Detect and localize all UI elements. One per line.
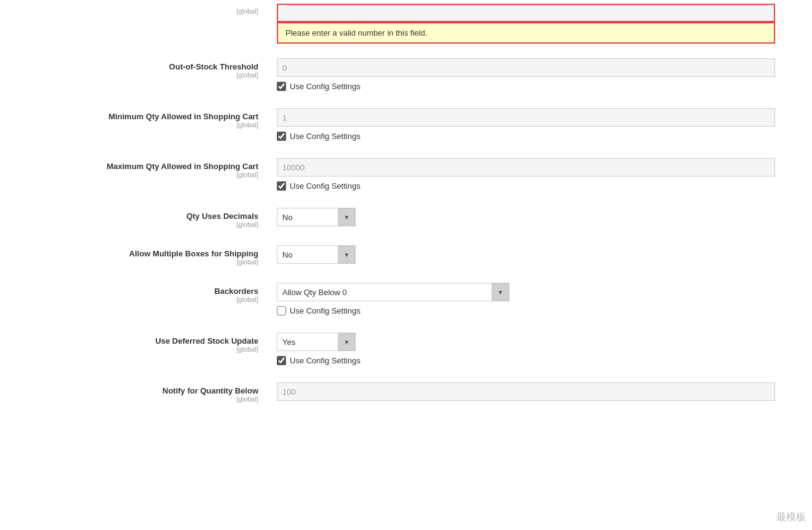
error-scope-label: [global] bbox=[0, 7, 258, 15]
max-qty-config-row: Use Config Settings bbox=[277, 181, 800, 191]
backorders-label: Backorders bbox=[0, 287, 258, 296]
out-of-stock-label: Out-of-Stock Threshold bbox=[0, 62, 258, 71]
error-message-box: Please enter a valid number in this fiel… bbox=[277, 22, 775, 44]
error-message-text: Please enter a valid number in this fiel… bbox=[285, 28, 428, 38]
allow-multiple-boxes-label-cell: Allow Multiple Boxes for Shipping [globa… bbox=[0, 245, 271, 266]
deferred-stock-label-cell: Use Deferred Stock Update [global] bbox=[0, 333, 271, 353]
out-of-stock-input[interactable] bbox=[277, 58, 775, 77]
qty-decimals-field-cell: No Yes ▼ bbox=[271, 208, 812, 226]
deferred-stock-select[interactable]: Yes No bbox=[277, 333, 338, 351]
deferred-stock-arrow[interactable]: ▼ bbox=[338, 333, 356, 351]
max-qty-input[interactable] bbox=[277, 158, 775, 176]
backorders-select[interactable]: No Backorders Allow Qty Below 0 Allow Qt… bbox=[277, 283, 492, 301]
deferred-stock-scope: [global] bbox=[0, 346, 258, 353]
error-input[interactable] bbox=[277, 4, 775, 22]
notify-qty-input[interactable] bbox=[277, 382, 775, 401]
out-of-stock-config-checkbox[interactable] bbox=[277, 82, 286, 91]
notify-qty-field-cell bbox=[271, 382, 812, 401]
max-qty-scope: [global] bbox=[0, 171, 258, 178]
notify-qty-scope: [global] bbox=[0, 395, 258, 403]
allow-multiple-boxes-label: Allow Multiple Boxes for Shipping bbox=[0, 249, 258, 258]
deferred-stock-select-wrapper: Yes No ▼ bbox=[277, 333, 800, 351]
min-qty-config-row: Use Config Settings bbox=[277, 132, 800, 141]
max-qty-field-cell: Use Config Settings bbox=[271, 158, 812, 191]
notify-qty-row: Notify for Quantity Below [global] bbox=[0, 374, 812, 411]
backorders-row: Backorders [global] No Backorders Allow … bbox=[0, 274, 812, 324]
min-qty-config-label: Use Config Settings bbox=[290, 132, 360, 141]
backorders-config-checkbox[interactable] bbox=[277, 306, 286, 315]
max-qty-row: Maximum Qty Allowed in Shopping Cart [gl… bbox=[0, 149, 812, 199]
qty-decimals-scope: [global] bbox=[0, 221, 258, 228]
deferred-stock-label: Use Deferred Stock Update bbox=[0, 336, 258, 346]
max-qty-config-label: Use Config Settings bbox=[290, 181, 360, 191]
backorders-config-row: Use Config Settings bbox=[277, 306, 800, 315]
backorders-scope: [global] bbox=[0, 296, 258, 303]
out-of-stock-row: Out-of-Stock Threshold [global] Use Conf… bbox=[0, 50, 812, 100]
out-of-stock-scope: [global] bbox=[0, 71, 258, 79]
qty-decimals-row: Qty Uses Decimals [global] No Yes ▼ bbox=[0, 199, 812, 237]
min-qty-row: Minimum Qty Allowed in Shopping Cart [gl… bbox=[0, 100, 812, 149]
max-qty-config-checkbox[interactable] bbox=[277, 181, 286, 191]
allow-multiple-boxes-scope: [global] bbox=[0, 258, 258, 266]
error-field-cell: Please enter a valid number in this fiel… bbox=[271, 4, 812, 44]
deferred-stock-config-checkbox[interactable] bbox=[277, 356, 286, 365]
qty-decimals-label-cell: Qty Uses Decimals [global] bbox=[0, 208, 271, 228]
qty-decimals-label: Qty Uses Decimals bbox=[0, 212, 258, 221]
min-qty-config-checkbox[interactable] bbox=[277, 132, 286, 141]
deferred-stock-config-label: Use Config Settings bbox=[290, 356, 360, 365]
qty-decimals-select-wrapper: No Yes ▼ bbox=[277, 208, 800, 226]
backorders-config-label: Use Config Settings bbox=[290, 306, 360, 315]
notify-qty-label: Notify for Quantity Below bbox=[0, 386, 258, 395]
allow-multiple-boxes-select-wrapper: No Yes ▼ bbox=[277, 245, 800, 264]
notify-qty-label-cell: Notify for Quantity Below [global] bbox=[0, 382, 271, 403]
backorders-label-cell: Backorders [global] bbox=[0, 283, 271, 303]
min-qty-field-cell: Use Config Settings bbox=[271, 108, 812, 141]
allow-multiple-boxes-arrow[interactable]: ▼ bbox=[338, 245, 356, 264]
allow-multiple-boxes-row: Allow Multiple Boxes for Shipping [globa… bbox=[0, 237, 812, 274]
max-qty-label-cell: Maximum Qty Allowed in Shopping Cart [gl… bbox=[0, 158, 271, 178]
page-container: [global] Please enter a valid number in … bbox=[0, 0, 812, 530]
error-row: [global] Please enter a valid number in … bbox=[0, 0, 812, 50]
out-of-stock-config-label: Use Config Settings bbox=[290, 82, 360, 91]
out-of-stock-field-cell: Use Config Settings bbox=[271, 58, 812, 91]
out-of-stock-label-cell: Out-of-Stock Threshold [global] bbox=[0, 58, 271, 79]
backorders-select-wrapper: No Backorders Allow Qty Below 0 Allow Qt… bbox=[277, 283, 800, 301]
min-qty-label-cell: Minimum Qty Allowed in Shopping Cart [gl… bbox=[0, 108, 271, 129]
deferred-stock-config-row: Use Config Settings bbox=[277, 356, 800, 365]
error-label-cell: [global] bbox=[0, 4, 271, 15]
min-qty-scope: [global] bbox=[0, 121, 258, 129]
deferred-stock-field-cell: Yes No ▼ Use Config Settings bbox=[271, 333, 812, 365]
content-area: [global] Please enter a valid number in … bbox=[0, 0, 812, 411]
out-of-stock-config-row: Use Config Settings bbox=[277, 82, 800, 91]
watermark: 最模板 bbox=[776, 511, 806, 524]
max-qty-label: Maximum Qty Allowed in Shopping Cart bbox=[0, 162, 258, 171]
deferred-stock-row: Use Deferred Stock Update [global] Yes N… bbox=[0, 324, 812, 374]
min-qty-input[interactable] bbox=[277, 108, 775, 127]
qty-decimals-arrow[interactable]: ▼ bbox=[338, 208, 356, 226]
allow-multiple-boxes-field-cell: No Yes ▼ bbox=[271, 245, 812, 264]
backorders-arrow[interactable]: ▼ bbox=[492, 283, 509, 301]
qty-decimals-select[interactable]: No Yes bbox=[277, 208, 338, 226]
allow-multiple-boxes-select[interactable]: No Yes bbox=[277, 245, 338, 264]
min-qty-label: Minimum Qty Allowed in Shopping Cart bbox=[0, 112, 258, 121]
backorders-field-cell: No Backorders Allow Qty Below 0 Allow Qt… bbox=[271, 283, 812, 315]
